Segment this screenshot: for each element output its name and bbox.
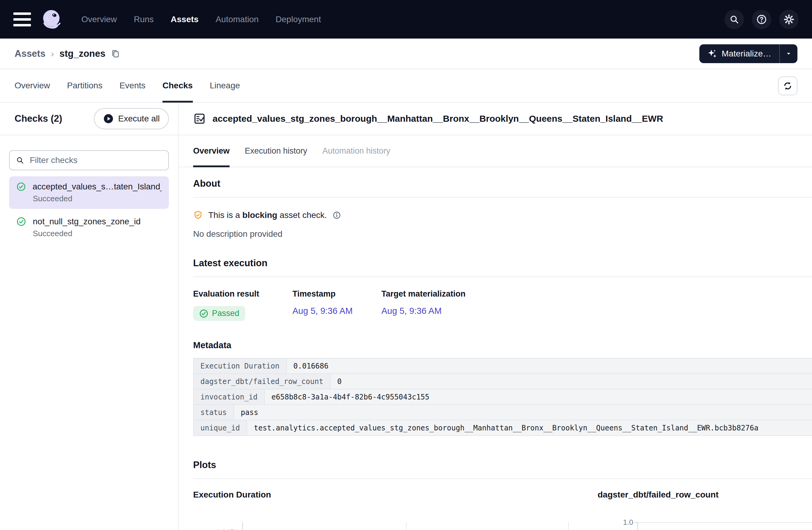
divider [193,197,812,197]
table-row: invocation_id e658b8c8-3a1a-4b4f-82b6-4c… [194,389,812,404]
filter-checks-box [9,150,169,170]
y-axis-tick-label: 0.0174 [216,528,238,530]
dagster-logo[interactable] [39,7,64,32]
execute-all-button[interactable]: Execute all [94,108,169,129]
failed-row-count-chart: dagster_dbt/failed_row_count 1.0 0.6 [583,490,812,530]
nav-actions [725,10,799,29]
latest-execution-heading: Latest execution [193,258,812,269]
nav-item-deployment[interactable]: Deployment [276,15,321,24]
metadata-value: 0.016686 [287,358,812,373]
settings-button[interactable] [779,10,799,29]
copy-icon [110,49,120,59]
metadata-heading: Metadata [193,340,812,350]
chart-plot-area: 1.0 0.6 [637,522,812,530]
check-status: Succeeded [33,194,162,203]
table-row: unique_id test.analytics.accepted_values… [194,420,812,435]
breadcrumb-assets-link[interactable]: Assets [15,48,46,59]
copy-asset-name-button[interactable] [110,49,120,59]
asset-tabs: Overview Partitions Events Checks Lineag… [0,69,812,103]
check-list-item-not-null[interactable]: not_null_stg_zones_zone_id Succeeded [9,211,169,244]
check-circle-icon [199,309,208,318]
blocking-note: This is a blocking asset check. [208,210,327,220]
help-icon [756,14,767,25]
chart-title: dagster_dbt/failed_row_count [598,490,812,500]
y-axis-tick-label: 1.0 [623,518,633,527]
evaluation-result-label: Evaluation result [193,289,292,299]
asset-check-icon [193,112,206,125]
target-materialization-label: Target materialization [381,289,465,299]
blocking-bold: blocking [242,210,277,220]
check-detail-panel: accepted_values_stg_zones_borough__Manha… [178,103,812,530]
target-materialization-link[interactable]: Aug 5, 9:36 AM [381,306,441,316]
breadcrumb-current-asset: stg_zones [59,48,106,59]
materialize-split-button: Materialize… [699,44,797,63]
nav-item-overview[interactable]: Overview [82,15,117,24]
settings-gear-icon [783,14,794,25]
check-status: Succeeded [33,229,162,238]
page-body: Checks (2) Execute all [0,103,812,530]
materialize-button[interactable]: Materialize… [699,44,779,63]
check-title: accepted_values_stg_zones_borough__Manha… [213,114,663,124]
tab-overview[interactable]: Overview [15,69,50,102]
check-list-item-accepted-values[interactable]: accepted_values_s…taten_Island_ Succeede… [9,176,169,209]
blocking-prefix: This is a [208,210,242,220]
top-navigation-bar: Overview Runs Assets Automation Deployme… [0,0,812,39]
filter-checks-input[interactable] [29,155,162,165]
nav-item-automation[interactable]: Automation [216,15,259,24]
metadata-value: e658b8c8-3a1a-4b4f-82b6-4c955043c155 [265,389,812,404]
table-row: status pass [194,404,812,420]
check-name: not_null_stg_zones_zone_id [33,217,141,226]
table-row: Execution Duration 0.016686 [194,358,812,373]
check-name: accepted_values_s…taten_Island_ [32,182,162,192]
nav-item-assets[interactable]: Assets [171,15,199,24]
info-icon[interactable] [333,211,341,219]
plots-row: Execution Duration 0.0174 dagster_dbt/fa… [178,490,812,530]
check-tab-execution-history[interactable]: Execution history [245,135,307,167]
search-button[interactable] [725,10,744,29]
check-detail-tabs: Overview Execution history Automation hi… [178,135,812,167]
tab-checks[interactable]: Checks [162,69,193,102]
materialize-label: Materialize… [722,49,771,59]
metadata-value: 0 [331,374,812,389]
no-description-text: No description provided [193,229,812,239]
breadcrumb-chevron-icon: › [51,48,54,59]
hamburger-menu-icon[interactable] [13,12,31,26]
refresh-icon [783,81,793,91]
help-button[interactable] [752,10,771,29]
materialize-dropdown-button[interactable] [779,44,797,63]
check-list: accepted_values_s…taten_Island_ Succeede… [9,176,169,244]
passed-label: Passed [212,309,239,318]
dagster-app-window: Overview Runs Assets Automation Deployme… [0,0,812,530]
checks-sidebar-header: Checks (2) Execute all [0,103,178,135]
check-tab-overview[interactable]: Overview [193,135,230,167]
primary-nav: Overview Runs Assets Automation Deployme… [82,15,321,24]
latest-execution-columns: Evaluation result Passed Timestamp A [193,289,812,321]
breadcrumb-row: Assets › stg_zones Materialize… [0,39,812,69]
tab-partitions[interactable]: Partitions [67,69,103,102]
divider [193,277,812,277]
tab-lineage[interactable]: Lineage [210,69,240,102]
timestamp-link[interactable]: Aug 5, 9:36 AM [292,306,352,316]
refresh-button[interactable] [778,76,797,95]
tab-events[interactable]: Events [119,69,145,102]
nav-item-runs[interactable]: Runs [134,15,154,24]
check-tab-automation-history[interactable]: Automation history [322,135,391,167]
checks-sidebar-content: accepted_values_s…taten_Island_ Succeede… [0,135,178,244]
sparkle-icon [707,48,717,59]
blocking-note-row: This is a blocking asset check. [193,210,812,220]
metadata-key: Execution Duration [194,358,287,373]
metadata-key: invocation_id [194,389,265,404]
metadata-table: Execution Duration 0.016686 dagster_dbt/… [193,358,812,436]
chart-plot-area: 0.0174 [242,522,569,530]
execute-all-label: Execute all [118,114,160,123]
execution-duration-chart: Execution Duration 0.0174 [193,490,583,530]
shield-check-icon [193,210,203,220]
play-circle-icon [103,113,114,124]
metadata-value: test.analytics.accepted_values_stg_zones… [247,421,812,435]
blocking-suffix: asset check. [277,210,327,220]
chart-title: Execution Duration [193,490,583,500]
check-title-row: accepted_values_stg_zones_borough__Manha… [178,103,812,135]
divider [193,479,812,479]
passed-status-badge: Passed [193,306,245,321]
caret-down-icon [785,50,793,58]
